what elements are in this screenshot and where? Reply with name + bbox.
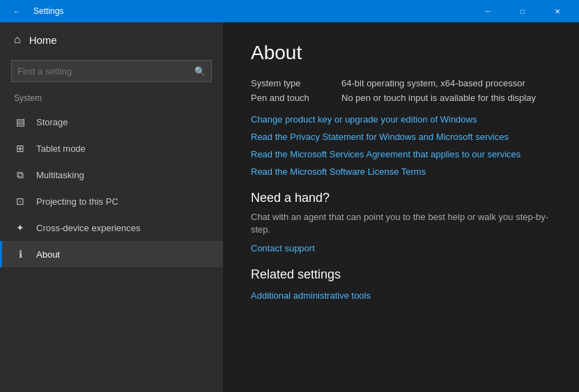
pen-touch-value: No pen or touch input is available for t… xyxy=(341,93,536,103)
system-info-table: System type 64-bit operating system, x64… xyxy=(251,78,551,103)
main-layout: ⌂ Home 🔍 System ▤ Storage ⊞ Tablet mode … xyxy=(0,22,579,392)
titlebar: ← Settings ─ □ ✕ xyxy=(0,0,579,22)
sidebar-item-cross-device-label: Cross-device experiences xyxy=(36,223,141,233)
need-hand-title: Need a hand? xyxy=(251,191,551,205)
minimize-button[interactable]: ─ xyxy=(472,0,504,22)
back-icon: ← xyxy=(13,8,20,15)
pen-touch-label: Pen and touch xyxy=(251,93,327,103)
sidebar-home-button[interactable]: ⌂ Home xyxy=(0,22,223,57)
pen-touch-row: Pen and touch No pen or touch input is a… xyxy=(251,93,551,103)
system-type-label: System type xyxy=(251,78,327,88)
close-icon: ✕ xyxy=(555,8,560,15)
additional-admin-tools-link[interactable]: Additional administrative tools xyxy=(251,290,551,301)
minimize-icon: ─ xyxy=(485,8,490,15)
search-box[interactable]: 🔍 xyxy=(11,60,212,82)
content-area: About System type 64-bit operating syste… xyxy=(223,22,579,392)
sidebar-section-label: System xyxy=(0,91,223,109)
maximize-button[interactable]: □ xyxy=(507,0,539,22)
sidebar-home-label: Home xyxy=(29,34,57,46)
sidebar-item-multitasking-label: Multitasking xyxy=(36,170,84,180)
search-input[interactable] xyxy=(12,61,189,81)
multitasking-icon: ⧉ xyxy=(14,168,26,181)
sidebar-item-about-label: About xyxy=(36,249,60,260)
close-button[interactable]: ✕ xyxy=(541,0,573,22)
search-icon[interactable]: 🔍 xyxy=(189,60,211,82)
sidebar-item-storage-label: Storage xyxy=(36,117,68,127)
projecting-icon: ⊡ xyxy=(14,195,26,207)
sidebar-item-cross-device[interactable]: ✦ Cross-device experiences xyxy=(0,214,223,241)
contact-support-link[interactable]: Contact support xyxy=(251,243,551,253)
system-type-row: System type 64-bit operating system, x64… xyxy=(251,78,551,88)
related-settings-title: Related settings xyxy=(251,267,551,282)
about-icon: ℹ xyxy=(14,248,26,260)
cross-device-icon: ✦ xyxy=(14,221,26,234)
sidebar-item-multitasking[interactable]: ⧉ Multitasking xyxy=(0,162,223,188)
sidebar-item-tablet-mode[interactable]: ⊞ Tablet mode xyxy=(0,135,223,162)
sidebar-item-projecting-label: Projecting to this PC xyxy=(36,196,118,207)
page-title: About xyxy=(251,42,551,64)
software-license-link[interactable]: Read the Microsoft Software License Term… xyxy=(251,166,551,177)
home-icon: ⌂ xyxy=(14,33,21,46)
back-button[interactable]: ← xyxy=(6,0,28,22)
titlebar-left: ← Settings xyxy=(6,0,63,22)
sidebar-item-tablet-label: Tablet mode xyxy=(36,143,86,154)
titlebar-title: Settings xyxy=(33,6,63,16)
titlebar-controls: ─ □ ✕ xyxy=(472,0,573,22)
maximize-icon: □ xyxy=(520,8,525,15)
storage-icon: ▤ xyxy=(14,116,26,128)
change-product-key-link[interactable]: Change product key or upgrade your editi… xyxy=(251,114,551,125)
need-hand-desc: Chat with an agent that can point you to… xyxy=(251,211,551,236)
tablet-mode-icon: ⊞ xyxy=(14,142,26,155)
sidebar: ⌂ Home 🔍 System ▤ Storage ⊞ Tablet mode … xyxy=(0,22,223,392)
sidebar-item-projecting[interactable]: ⊡ Projecting to this PC xyxy=(0,188,223,214)
system-type-value: 64-bit operating system, x64-based proce… xyxy=(341,78,525,88)
services-agreement-link[interactable]: Read the Microsoft Services Agreement th… xyxy=(251,149,551,159)
privacy-statement-link[interactable]: Read the Privacy Statement for Windows a… xyxy=(251,132,551,142)
sidebar-item-storage[interactable]: ▤ Storage xyxy=(0,109,223,135)
sidebar-item-about[interactable]: ℹ About xyxy=(0,241,223,267)
